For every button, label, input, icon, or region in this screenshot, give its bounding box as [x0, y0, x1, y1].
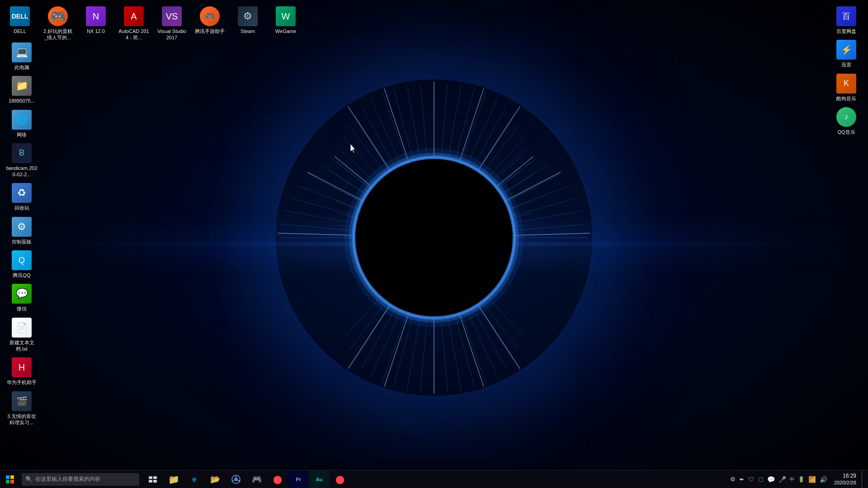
icon-img-wegame: W — [276, 6, 296, 26]
icon-img-huawei: H — [12, 357, 32, 377]
file-explorer-button[interactable]: 📁 — [164, 470, 184, 488]
desktop-icon-video-3[interactable]: 🎬 3.无情的富仗 科理实习... — [4, 389, 40, 429]
svg-rect-94 — [6, 480, 9, 483]
pen-tray-icon[interactable]: ✒ — [738, 470, 746, 488]
keyboard-tray-icon[interactable]: 中 — [788, 470, 796, 488]
desktop-icon-qq[interactable]: Q 腾讯QQ — [4, 248, 40, 281]
icon-label-xunlei: 迅雷 — [841, 61, 851, 68]
desktop-icon-bandicam[interactable]: B bandicam 2020-02-2... — [4, 141, 40, 181]
desktop-icon-vs2017[interactable]: VS Visual Studio 2017 — [154, 4, 190, 44]
icon-img-recycle: ♻ — [12, 183, 32, 203]
desktop-icon-qq-music[interactable]: ♪ QQ音乐 — [828, 104, 864, 138]
steam-tray-icon[interactable]: ⚙ — [729, 470, 737, 488]
desktop-icon-kuwo-music[interactable]: K 酷狗音乐 — [828, 71, 864, 104]
wechat-tray-icon[interactable]: 💬 — [766, 470, 776, 488]
desktop-icon-baidu-netdisk[interactable]: 百 百度网盘 — [828, 4, 864, 37]
eclipse-image — [276, 80, 592, 396]
icon-img-video-3: 🎬 — [12, 391, 32, 411]
svg-rect-99 — [153, 480, 157, 483]
icon-img-qq-music: ♪ — [836, 107, 856, 127]
icon-label-new-txt: 新建文本文 档.txt — [5, 339, 38, 352]
icon-img-control-panel: ⚙ — [12, 217, 32, 237]
icon-img-bandicam: B — [12, 143, 32, 163]
icon-img-steam: ⚙ — [238, 6, 258, 26]
system-tray: ⚙ ✒ 🛡 ⬡ 💬 🎤 中 🔋 📶 🔊 — [729, 470, 829, 488]
icon-img-xunlei: ⚡ — [836, 40, 856, 60]
taskbar-search-box[interactable]: 🔍 在这里输入你要搜索的内容 — [22, 473, 139, 486]
icon-label-vs2017: Visual Studio 2017 — [156, 28, 188, 41]
desktop-icon-this-pc[interactable]: 💻 此电脑 — [4, 40, 40, 73]
desktop-icon-xunlei[interactable]: ⚡ 迅雷 — [828, 37, 864, 70]
desktop-icon-huawei[interactable]: H 华为手机助手 — [4, 355, 40, 388]
desktop: DELL DELL 🎮 2.好玩的蛋糕 _情人节的... N NX 12.0 A… — [0, 0, 868, 488]
desktop-icon-tencent-helper[interactable]: 🎮 腾讯手游助手 — [192, 4, 228, 44]
audition-button[interactable]: Au — [309, 470, 329, 488]
icon-img-dell: DELL — [10, 6, 30, 26]
svg-rect-95 — [10, 480, 14, 483]
icon-img-baidu-netdisk: 百 — [836, 6, 856, 26]
svg-point-101 — [234, 478, 238, 481]
desktop-icon-wegame[interactable]: W WeGame — [268, 4, 304, 44]
svg-rect-98 — [149, 480, 152, 483]
icon-label-game-icon-2: 2.好玩的蛋糕 _情人节的... — [42, 28, 74, 41]
icon-img-vs2017: VS — [162, 6, 182, 26]
icon-img-tencent-helper: 🎮 — [200, 6, 220, 26]
svg-rect-96 — [149, 476, 152, 479]
edge-browser-button[interactable]: e — [184, 470, 204, 488]
mic-tray-icon[interactable]: 🎤 — [777, 470, 788, 488]
desktop-right-column-icons: 百 百度网盘 ⚡ 迅雷 K 酷狗音乐 ♪ QQ音乐 — [825, 0, 868, 141]
icon-label-tencent-helper: 腾讯手游助手 — [195, 28, 225, 34]
desktop-icon-wechat[interactable]: 💬 微信 — [4, 281, 40, 314]
desktop-icon-new-txt[interactable]: 📄 新建文本文 档.txt — [4, 315, 40, 355]
battery-tray-icon[interactable]: 🔋 — [797, 470, 806, 488]
icon-label-bandicam: bandicam 2020-02-2... — [5, 165, 38, 178]
file-explorer2-button[interactable]: 📂 — [205, 470, 225, 488]
icon-img-autocad: A — [124, 6, 144, 26]
icon-label-wegame: WeGame — [275, 28, 296, 34]
desktop-left-column-icons: 💻 此电脑 📁 18895075... 🌐 网络 B bandicam 2020… — [0, 36, 43, 432]
icon-img-nx12: N — [86, 6, 106, 26]
desktop-icon-nx12[interactable]: N NX 12.0 — [78, 4, 114, 44]
clock-time: 16:29 — [843, 473, 856, 480]
icon-label-nx12: NX 12.0 — [87, 28, 105, 34]
taskbar-right-area: ⚙ ✒ 🛡 ⬡ 💬 🎤 中 🔋 📶 🔊 16:29 2020/2/26 — [729, 470, 868, 488]
svg-rect-93 — [10, 475, 14, 479]
icon-img-new-txt: 📄 — [12, 318, 32, 338]
desktop-icon-autocad[interactable]: A AutoCAD 2014 - 简... — [116, 4, 152, 44]
chrome-button[interactable] — [226, 470, 246, 488]
task-view-button[interactable] — [143, 470, 163, 488]
icon-label-wechat: 微信 — [17, 305, 27, 312]
desktop-icon-game-icon-2[interactable]: 🎮 2.好玩的蛋糕 _情人节的... — [40, 4, 76, 44]
icon-label-qq-music: QQ音乐 — [837, 129, 855, 135]
clock-date: 2020/2/26 — [834, 479, 856, 486]
show-desktop-button[interactable] — [862, 470, 864, 488]
svg-rect-97 — [153, 476, 157, 479]
icon-img-wechat: 💬 — [12, 284, 32, 304]
icon-img-game-icon-2: 🎮 — [48, 6, 68, 26]
search-icon: 🔍 — [25, 476, 33, 483]
icon-label-huawei: 华为手机助手 — [7, 379, 37, 385]
app-button-6[interactable]: ⬤ — [268, 470, 288, 488]
svg-point-91 — [355, 159, 513, 316]
app-button-7[interactable]: ⬤ — [330, 470, 350, 488]
volume-tray-icon[interactable]: 🔊 — [818, 470, 829, 488]
app-button-5[interactable]: 🎮 — [247, 470, 267, 488]
icon-img-kuwo-music: K — [836, 74, 856, 94]
desktop-icon-network[interactable]: 🌐 网络 — [4, 107, 40, 141]
start-button[interactable] — [0, 470, 20, 488]
wifi-tray-icon[interactable]: 📶 — [807, 470, 817, 488]
search-placeholder: 在这里输入你要搜索的内容 — [35, 475, 100, 483]
desktop-icon-folder-18895[interactable]: 📁 18895075... — [4, 73, 40, 107]
desktop-icon-steam[interactable]: ⚙ Steam — [230, 4, 266, 44]
desktop-icon-control-panel[interactable]: ⚙ 控制面板 — [4, 214, 40, 248]
icon-label-this-pc: 此电脑 — [14, 64, 29, 70]
desktop-icon-recycle[interactable]: ♻ 回收站 — [4, 180, 40, 214]
icon-label-dell: DELL — [14, 28, 26, 34]
security-tray-icon[interactable]: 🛡 — [747, 470, 756, 488]
icon-img-qq: Q — [12, 250, 32, 270]
desktop-top-icons: DELL DELL 🎮 2.好玩的蛋糕 _情人节的... N NX 12.0 A… — [0, 0, 307, 47]
premiere-button[interactable]: Pr — [288, 470, 308, 488]
app-tray-1[interactable]: ⬡ — [757, 470, 765, 488]
system-clock[interactable]: 16:29 2020/2/26 — [830, 470, 860, 488]
icon-label-recycle: 回收站 — [14, 205, 29, 211]
